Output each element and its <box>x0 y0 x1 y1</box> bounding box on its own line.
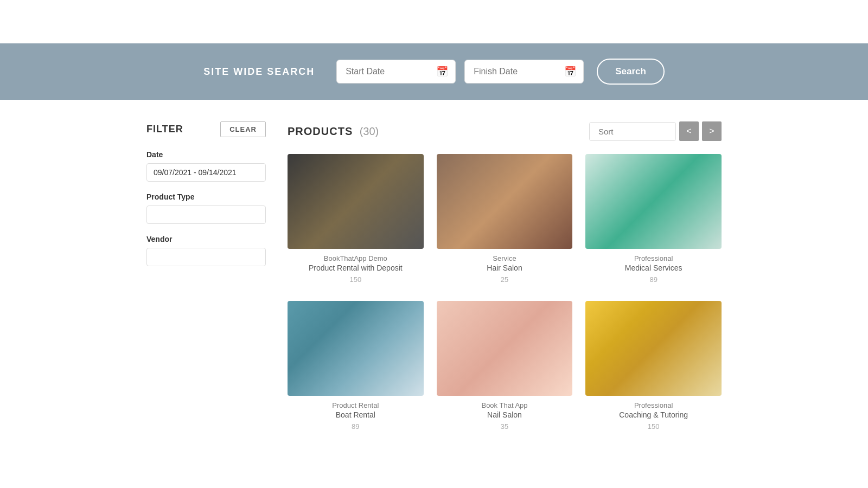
sort-input[interactable] <box>589 122 676 141</box>
product-price: 150 <box>349 275 361 284</box>
product-type-input[interactable] <box>146 206 266 224</box>
clear-button[interactable]: CLEAR <box>220 121 266 137</box>
finish-date-input[interactable] <box>464 60 584 84</box>
product-card[interactable]: Book That App Nail Salon 35 <box>437 301 573 431</box>
product-vendor: Professional <box>634 401 673 409</box>
product-image <box>288 301 424 396</box>
product-name: Coaching & Tutoring <box>619 410 688 419</box>
search-bar: SITE WIDE SEARCH 📅 📅 Search <box>0 43 868 100</box>
products-title: PRODUCTS <box>288 125 353 137</box>
products-count: (30) <box>360 125 379 137</box>
product-image <box>437 154 573 249</box>
filter-sidebar: FILTER CLEAR Date Product Type Vendor <box>146 121 266 431</box>
product-vendor: Book That App <box>481 401 527 409</box>
sort-controls: < > <box>589 121 722 141</box>
vendor-filter-section: Vendor <box>146 235 266 266</box>
product-name: Product Rental with Deposit <box>309 264 403 272</box>
product-vendor: Service <box>493 254 516 262</box>
product-grid: BookThatApp Demo Product Rental with Dep… <box>288 154 722 431</box>
products-title-group: PRODUCTS (30) <box>288 125 379 138</box>
product-card[interactable]: BookThatApp Demo Product Rental with Dep… <box>288 154 424 284</box>
filter-title: FILTER <box>146 124 183 135</box>
date-filter-label: Date <box>146 150 266 159</box>
product-vendor: Product Rental <box>332 401 379 409</box>
products-header: PRODUCTS (30) < > <box>288 121 722 141</box>
filter-header: FILTER CLEAR <box>146 121 266 137</box>
product-type-label: Product Type <box>146 192 266 201</box>
product-vendor: Professional <box>634 254 673 262</box>
start-date-wrapper: 📅 <box>336 60 456 84</box>
finish-date-wrapper: 📅 <box>464 60 584 84</box>
product-price: 150 <box>648 422 660 431</box>
vendor-input[interactable] <box>146 248 266 266</box>
date-filter-input[interactable] <box>146 163 266 182</box>
product-card[interactable]: Professional Coaching & Tutoring 150 <box>585 301 722 431</box>
product-name: Boat Rental <box>336 410 375 419</box>
product-vendor: BookThatApp Demo <box>324 254 387 262</box>
product-name: Medical Services <box>625 264 682 272</box>
products-area: PRODUCTS (30) < > BookThatApp Demo Produ… <box>288 121 722 431</box>
product-price: 89 <box>649 275 657 284</box>
product-name: Nail Salon <box>487 410 522 419</box>
product-card[interactable]: Product Rental Boat Rental 89 <box>288 301 424 431</box>
search-label: SITE WIDE SEARCH <box>203 66 315 78</box>
start-date-input[interactable] <box>336 60 456 84</box>
search-button[interactable]: Search <box>597 59 665 85</box>
product-image <box>585 301 722 396</box>
product-name: Hair Salon <box>487 264 522 272</box>
product-type-filter-section: Product Type <box>146 192 266 224</box>
main-content: FILTER CLEAR Date Product Type Vendor PR… <box>136 121 732 431</box>
product-card[interactable]: Professional Medical Services 89 <box>585 154 722 284</box>
date-filter-section: Date <box>146 150 266 182</box>
page-wrapper: SITE WIDE SEARCH 📅 📅 Search FILTER CLEAR… <box>0 0 868 488</box>
next-button[interactable]: > <box>702 121 722 141</box>
product-image <box>585 154 722 249</box>
product-price: 25 <box>501 275 508 284</box>
prev-button[interactable]: < <box>679 121 699 141</box>
product-price: 35 <box>501 422 508 431</box>
product-price: 89 <box>352 422 359 431</box>
product-image <box>437 301 573 396</box>
product-image <box>288 154 424 249</box>
product-card[interactable]: Service Hair Salon 25 <box>437 154 573 284</box>
vendor-label: Vendor <box>146 235 266 243</box>
